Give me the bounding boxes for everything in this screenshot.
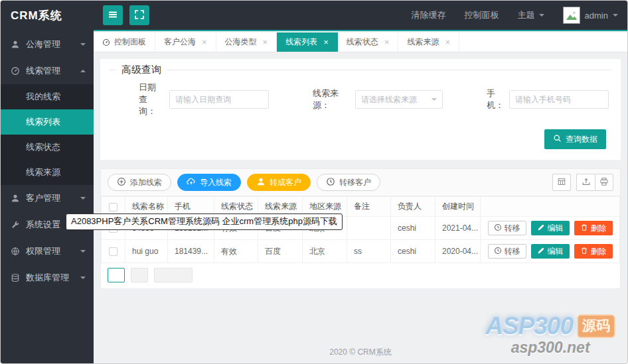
row-action-3[interactable]: 删除: [574, 244, 613, 259]
sidebar-menu: 公海管理线索管理我的线索线索列表线索状态线索来源客户管理系统设置权限管理数据库管…: [1, 31, 94, 291]
user-menu[interactable]: admin: [563, 7, 618, 24]
caret-down-icon: [80, 276, 86, 282]
pagination[interactable]: [101, 263, 620, 288]
footer-text: 2020 © CRM系统: [94, 347, 627, 358]
close-icon[interactable]: ×: [323, 37, 329, 47]
query-submit-button[interactable]: 查询数据: [544, 129, 606, 149]
theme-label: 主题: [518, 9, 535, 21]
field-label: 日期查询：: [139, 82, 164, 117]
clue-icon: [11, 66, 20, 76]
query-input-2[interactable]: [509, 90, 609, 109]
toolbar-tools: [552, 174, 613, 191]
print-icon: [599, 177, 609, 188]
row-action-2[interactable]: 编辑: [531, 244, 570, 259]
avatar: [563, 7, 580, 24]
caret-down-icon: [432, 98, 437, 103]
database-icon: [11, 273, 20, 282]
query-input-0[interactable]: [169, 90, 269, 109]
select-all-checkbox[interactable]: [109, 203, 118, 212]
tab-label: 控制面板: [114, 36, 146, 48]
row-action-1[interactable]: 转移: [488, 221, 526, 235]
clear-cache-link[interactable]: 清除缓存: [412, 9, 446, 21]
export-button[interactable]: [576, 174, 595, 191]
pagination-control[interactable]: [154, 268, 193, 282]
sidebar-subitem[interactable]: 我的线索: [1, 84, 94, 109]
app-title: CRM系统: [1, 1, 94, 31]
delete-icon: [580, 247, 588, 257]
row-action-3[interactable]: 删除: [574, 221, 613, 235]
column-header-actions: [481, 197, 620, 217]
print-button[interactable]: [595, 174, 613, 191]
seo-tooltip: A2083PHP客户关系CRM管理系统源码 企业crm管理系统php源码下载: [66, 213, 343, 230]
query-field: 手机：: [487, 88, 609, 111]
sidebar-item[interactable]: 客户管理: [1, 185, 94, 212]
sidebar-item[interactable]: 线索管理: [1, 58, 94, 84]
filter-button[interactable]: [552, 174, 571, 191]
row-action-1[interactable]: 转移: [488, 244, 526, 259]
cell: 百度: [258, 240, 303, 263]
topbar-right: 清除缓存 控制面板 主题 admin: [412, 7, 618, 24]
clock-icon: [494, 223, 502, 233]
fullscreen-button[interactable]: [129, 5, 149, 25]
table-toolbar: 添加线索导入线索转成客户转移客户: [101, 169, 620, 196]
tab-5[interactable]: 线索状态×: [338, 32, 399, 52]
tab-label: 公海类型: [225, 36, 257, 48]
pagination-page[interactable]: [131, 268, 148, 282]
sidebar-item[interactable]: 数据库管理: [1, 265, 94, 291]
dashboard-icon: [102, 38, 110, 46]
fullscreen-icon: [134, 9, 145, 22]
cell: ss: [347, 240, 391, 263]
upload-icon: [187, 177, 196, 188]
theme-menu[interactable]: 主题: [518, 9, 544, 21]
edit-icon: [537, 223, 545, 233]
sidebar-item-label: 权限管理: [26, 245, 60, 257]
close-icon[interactable]: ×: [202, 37, 207, 47]
sidebar-subitem[interactable]: 线索来源: [1, 160, 94, 185]
menu-toggle-button[interactable]: [103, 5, 123, 25]
toolbar-buttons: 添加线索导入线索转成客户转移客户: [108, 174, 386, 191]
tab-4[interactable]: 线索列表×: [277, 32, 338, 52]
close-icon[interactable]: ×: [263, 37, 268, 47]
edit-icon: [537, 247, 545, 257]
sidebar-item-label: 公海管理: [26, 38, 60, 50]
menu-icon: [108, 9, 118, 22]
username: admin: [585, 11, 608, 21]
filter-icon: [557, 177, 566, 188]
settings-icon: [11, 220, 20, 229]
toolbar-button-1[interactable]: 添加线索: [108, 174, 171, 191]
column-header: 创建时间: [435, 197, 481, 217]
pagination-page[interactable]: [108, 268, 125, 282]
plus-icon: [117, 177, 126, 188]
sidebar-subitem[interactable]: 线索列表: [1, 109, 94, 135]
tab-label: 客户公海: [164, 36, 196, 48]
tab-2[interactable]: 客户公海×: [155, 32, 216, 52]
cell: [347, 217, 391, 240]
clue-source-select[interactable]: 请选择线索来源: [355, 90, 443, 109]
sidebar-item[interactable]: 权限管理: [1, 238, 94, 265]
sidebar-item-label: 数据库管理: [26, 272, 69, 284]
field-label: 手机：: [487, 88, 504, 111]
customer-icon: [11, 194, 20, 203]
close-icon[interactable]: ×: [445, 37, 450, 47]
close-icon[interactable]: ×: [384, 37, 390, 47]
sidebar-item-label: 客户管理: [26, 192, 60, 204]
sidebar-item[interactable]: 公海管理: [1, 31, 94, 58]
row-checkbox[interactable]: [109, 247, 118, 256]
query-legend: 高级查询: [116, 64, 167, 76]
toolbar-button-2[interactable]: 导入线索: [177, 174, 241, 191]
query-field: 线索来源：请选择线索来源: [313, 88, 443, 111]
caret-down-icon: [80, 43, 86, 48]
toolbar-button-3[interactable]: 转成客户: [247, 174, 311, 191]
sidebar: CRM系统 公海管理线索管理我的线索线索列表线索状态线索来源客户管理系统设置权限…: [1, 1, 94, 363]
control-panel-link[interactable]: 控制面板: [465, 9, 499, 21]
table-row: hui guo181439...有效百度北京ssceshi2020-04...转…: [102, 240, 620, 263]
toolbar-button-4[interactable]: 转移客户: [317, 174, 380, 191]
cell: 2020-04...: [435, 240, 481, 263]
cell: 北京: [303, 240, 347, 263]
sidebar-subitem[interactable]: 线索状态: [1, 135, 94, 160]
tab-6[interactable]: 线索来源×: [398, 32, 459, 52]
row-action-2[interactable]: 编辑: [531, 221, 570, 235]
tab-1[interactable]: 控制面板: [94, 32, 155, 52]
tab-3[interactable]: 公海类型×: [216, 32, 277, 52]
tab-label: 线索状态: [347, 36, 378, 48]
